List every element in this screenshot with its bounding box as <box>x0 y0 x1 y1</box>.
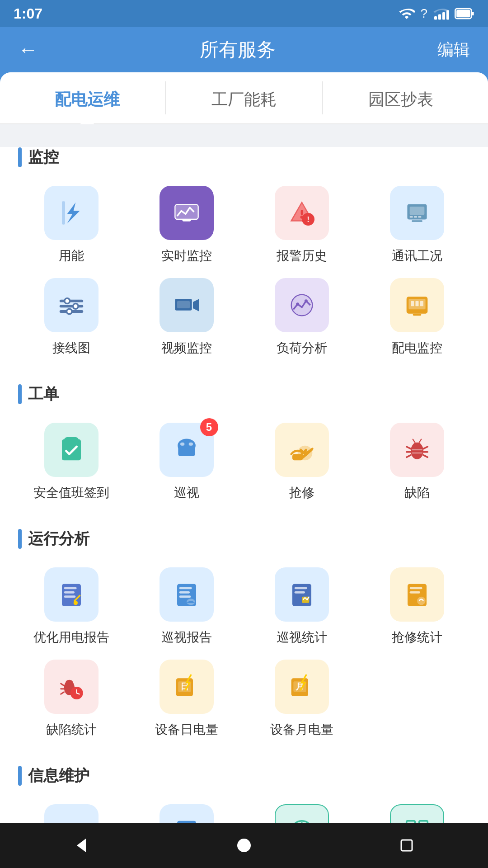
item-fuhe[interactable]: 负荷分析 <box>249 278 355 357</box>
tab-yuanqu[interactable]: 园区抄表 <box>323 72 479 123</box>
nav-home-button[interactable] <box>230 832 258 859</box>
svg-line-80 <box>61 684 64 686</box>
icon-xunshiReport <box>160 567 214 622</box>
svg-rect-66 <box>179 587 192 590</box>
section-yunxing: 运行分析 优化用电报告 <box>18 528 470 738</box>
svg-rect-11 <box>300 210 303 215</box>
section-jiankong: 监控 用能 <box>18 147 470 357</box>
svg-rect-16 <box>409 216 413 218</box>
svg-rect-43 <box>178 446 195 456</box>
section-bar-4 <box>18 766 22 786</box>
section-gongdan: 工单 安全值班签到 <box>18 384 470 501</box>
icon-xunshiTongji <box>275 567 329 622</box>
grid-yunxing: 优化用电报告 巡视 <box>18 567 470 738</box>
item-yongneng[interactable]: 用能 <box>18 186 124 264</box>
svg-rect-68 <box>179 595 191 598</box>
svg-rect-62 <box>64 591 74 594</box>
item-shipin[interactable]: 视频监控 <box>133 278 239 357</box>
svg-rect-71 <box>294 587 307 590</box>
edit-button[interactable]: 编辑 <box>437 39 470 61</box>
section-title-jiankong: 监控 <box>18 147 470 168</box>
item-xunshiReport[interactable]: 巡视报告 <box>133 567 239 646</box>
svg-rect-47 <box>292 454 303 460</box>
item-qiangxiu[interactable]: 抢修 <box>249 423 355 501</box>
icon-qiangxiu <box>275 423 329 477</box>
icon-youhua <box>44 567 99 622</box>
signal-icon <box>433 5 449 22</box>
svg-rect-63 <box>64 595 75 598</box>
item-youhua[interactable]: 优化用电报告 <box>18 567 124 646</box>
item-quexianTongji[interactable]: 缺陷统计 <box>18 660 124 738</box>
item-shebeiyue[interactable]: 月 设备月电量 <box>249 660 355 738</box>
icon-shebeiri: 日 <box>160 660 214 714</box>
svg-marker-114 <box>77 839 86 852</box>
nav-back-button[interactable] <box>68 832 95 859</box>
item-xunshi[interactable]: 5 巡视 <box>133 423 239 501</box>
svg-rect-45 <box>188 443 192 446</box>
item-qiangxiuTongji[interactable]: 抢修统计 <box>364 567 470 646</box>
svg-point-32 <box>304 299 307 302</box>
svg-rect-72 <box>294 591 305 594</box>
svg-rect-36 <box>415 301 418 307</box>
icon-peidianjiankong <box>390 278 444 332</box>
icon-yongneng <box>44 186 99 240</box>
item-baojing[interactable]: ! 报警历史 <box>249 186 355 264</box>
content-area: 监控 用能 <box>0 147 488 868</box>
item-jiexian[interactable]: 接线图 <box>18 278 124 357</box>
grid-gongdan: 安全值班签到 5 巡视 <box>18 423 470 501</box>
item-tongxun[interactable]: 通讯工况 <box>364 186 470 264</box>
icon-xunshi: 5 <box>160 423 214 477</box>
svg-rect-28 <box>177 301 190 308</box>
icon-baojing: ! <box>275 186 329 240</box>
icon-quexianTongji <box>44 660 99 714</box>
battery-icon <box>455 5 474 22</box>
svg-point-64 <box>73 601 77 605</box>
back-button[interactable]: ← <box>18 38 38 61</box>
svg-line-57 <box>419 439 421 443</box>
svg-rect-7 <box>62 201 65 224</box>
svg-marker-27 <box>193 299 199 311</box>
svg-point-31 <box>296 302 299 306</box>
svg-rect-67 <box>179 591 189 594</box>
item-shebeiri[interactable]: 日 设备日电量 <box>133 660 239 738</box>
svg-rect-1 <box>438 14 441 20</box>
section-bar-3 <box>18 529 22 549</box>
icon-jiexian <box>44 278 99 332</box>
svg-rect-15 <box>409 207 424 215</box>
svg-rect-17 <box>414 216 417 218</box>
section-title-gongdan: 工单 <box>18 384 470 405</box>
svg-rect-0 <box>434 16 437 20</box>
signal-unknown: ? <box>420 6 427 21</box>
svg-rect-40 <box>64 437 79 443</box>
svg-point-79 <box>66 680 73 685</box>
tab-gongchang[interactable]: 工厂能耗 <box>166 72 322 123</box>
nav-recents-button[interactable] <box>393 832 420 859</box>
svg-line-56 <box>413 439 415 443</box>
section-bar-2 <box>18 384 22 404</box>
item-quexian[interactable]: 缺陷 <box>364 423 470 501</box>
svg-point-49 <box>413 443 421 449</box>
badge-xunshi: 5 <box>200 418 218 436</box>
svg-line-50 <box>406 447 410 449</box>
section-title-xinxi: 信息维护 <box>18 765 470 786</box>
svg-rect-5 <box>472 12 474 15</box>
svg-rect-61 <box>64 587 76 590</box>
svg-point-23 <box>64 298 70 304</box>
tab-peidian[interactable]: 配电运维 <box>9 72 165 123</box>
svg-point-25 <box>66 309 72 314</box>
item-xunshiTongji[interactable]: 巡视统计 <box>249 567 355 646</box>
svg-text:!: ! <box>307 215 309 223</box>
svg-line-53 <box>423 447 427 449</box>
grid-jiankong: 用能 实时监控 <box>18 186 470 357</box>
item-peidianjiankong[interactable]: 配电监控 <box>364 278 470 357</box>
icon-fuhe <box>275 278 329 332</box>
svg-rect-116 <box>401 840 412 851</box>
svg-rect-38 <box>413 314 421 316</box>
svg-point-115 <box>237 839 251 852</box>
status-bar: 1:07 ? <box>0 0 488 27</box>
icon-anquan <box>44 423 99 477</box>
section-title-yunxing: 运行分析 <box>18 528 470 549</box>
item-anquan[interactable]: 安全值班签到 <box>18 423 124 501</box>
svg-point-24 <box>73 304 78 309</box>
item-shishi[interactable]: 实时监控 <box>133 186 239 264</box>
